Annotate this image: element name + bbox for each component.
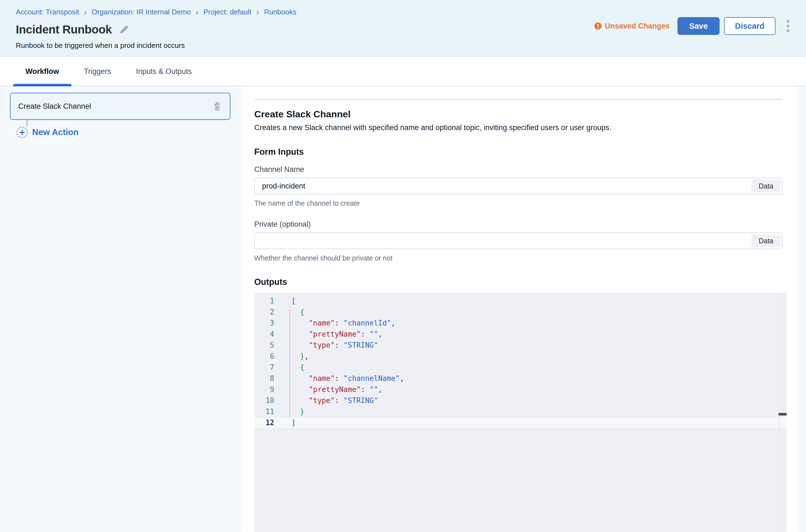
- code-line[interactable]: 3 "name": "channelId",: [254, 318, 787, 328]
- code-text: "prettyName": "",: [281, 328, 787, 340]
- panel-divider: [254, 99, 783, 100]
- delete-action-button[interactable]: [212, 101, 222, 112]
- active-tab-indicator: [13, 84, 71, 87]
- code-line[interactable]: 4 "prettyName": "",: [254, 328, 787, 340]
- tab-label: Inputs & Outputs: [136, 67, 192, 76]
- code-line[interactable]: 11 }: [254, 406, 787, 417]
- action-card-label: Create Slack Channel: [18, 102, 91, 111]
- tab-inputs-outputs[interactable]: Inputs & Outputs: [124, 57, 204, 86]
- edit-title-button[interactable]: [119, 25, 129, 35]
- breadcrumb-separator: ›: [84, 8, 87, 16]
- pencil-icon: [119, 25, 129, 35]
- breadcrumb-separator: ›: [256, 8, 259, 16]
- code-text: {: [281, 362, 787, 373]
- breadcrumb-link-project[interactable]: Project: default: [203, 8, 251, 16]
- line-number: 5: [254, 340, 281, 351]
- tab-label: Triggers: [84, 67, 111, 76]
- line-number: 2: [254, 306, 281, 318]
- line-number: 8: [254, 373, 281, 384]
- channel-name-label: Channel Name: [254, 165, 783, 174]
- plus-icon: [17, 127, 28, 138]
- channel-name-data-button[interactable]: Data: [751, 179, 781, 192]
- warning-icon: [594, 22, 602, 30]
- line-number: 4: [254, 328, 281, 340]
- code-line[interactable]: 2 {: [254, 306, 787, 318]
- action-detail-panel: Create Slack Channel Creates a new Slack…: [242, 87, 798, 531]
- breadcrumb-link-organization[interactable]: Organization: IR Internal Demo: [92, 8, 191, 16]
- workflow-connector-line: [26, 120, 28, 126]
- new-action-label: New Action: [32, 127, 79, 137]
- workflow-action-list: Create Slack Channel: [0, 87, 242, 531]
- code-line[interactable]: 5 "type": "STRING": [254, 340, 787, 351]
- code-line[interactable]: 9 "prettyName": "",: [254, 384, 787, 395]
- page-title: Incident Runbook: [16, 23, 112, 36]
- runbook-description: Runbook to be triggered when a prod inci…: [16, 41, 806, 50]
- editor-scrollbar-track: [778, 292, 779, 532]
- code-text: }: [281, 406, 787, 417]
- line-number: 11: [254, 406, 281, 417]
- line-number: 6: [254, 351, 281, 362]
- channel-name-helper: The name of the channel to create: [254, 199, 783, 207]
- outputs-heading: Outputs: [254, 277, 783, 287]
- action-card-create-slack-channel[interactable]: Create Slack Channel: [10, 93, 231, 120]
- trash-icon: [212, 101, 222, 112]
- private-helper: Whether the channel should be private or…: [254, 254, 783, 262]
- tab-workflow[interactable]: Workflow: [13, 57, 71, 86]
- line-number: 3: [254, 318, 281, 328]
- action-heading: Create Slack Channel: [254, 109, 783, 119]
- private-label: Private (optional): [254, 220, 783, 229]
- action-description: Creates a new Slack channel with specifi…: [254, 124, 783, 132]
- private-input[interactable]: [254, 232, 783, 249]
- breadcrumb-link-runbooks[interactable]: Runbooks: [264, 8, 296, 16]
- code-editor-lines: 1[2 {3 "name": "channelId",4 "prettyName…: [254, 295, 787, 428]
- outputs-code-editor[interactable]: 1[2 {3 "name": "channelId",4 "prettyName…: [254, 292, 787, 532]
- code-text: [: [281, 295, 787, 306]
- channel-name-input[interactable]: [254, 178, 783, 194]
- code-line[interactable]: 12]: [254, 417, 787, 428]
- breadcrumb: Account: Transposit › Organization: IR I…: [16, 8, 806, 16]
- private-data-button[interactable]: Data: [751, 234, 781, 247]
- tab-label: Workflow: [25, 67, 59, 76]
- unsaved-changes-label: Unsaved Changes: [605, 22, 670, 31]
- code-text: ]: [281, 417, 787, 428]
- main-content: Create Slack Channel: [0, 87, 806, 531]
- breadcrumb-link-account[interactable]: Account: Transposit: [16, 8, 79, 16]
- line-number: 12: [254, 417, 281, 428]
- code-text: "name": "channelName",: [281, 373, 787, 384]
- more-options-button[interactable]: [784, 18, 792, 34]
- tab-triggers[interactable]: Triggers: [71, 57, 124, 86]
- code-text: "type": "STRING": [281, 395, 787, 406]
- discard-button[interactable]: Discard: [724, 17, 775, 35]
- line-number: 7: [254, 362, 281, 373]
- page-header: Account: Transposit › Organization: IR I…: [0, 0, 806, 57]
- code-line[interactable]: 8 "name": "channelName",: [254, 373, 787, 384]
- code-line[interactable]: 10 "type": "STRING": [254, 395, 787, 406]
- form-inputs-heading: Form Inputs: [254, 147, 783, 157]
- code-line[interactable]: 7 {: [254, 362, 787, 373]
- indent-guide: [290, 306, 290, 417]
- tab-bar: Workflow Triggers Inputs & Outputs: [0, 57, 806, 87]
- code-text: "name": "channelId",: [281, 318, 787, 328]
- breadcrumb-separator: ›: [196, 8, 198, 16]
- line-number: 1: [254, 295, 281, 306]
- code-text: {: [281, 306, 787, 318]
- code-text: "prettyName": "",: [281, 384, 787, 395]
- code-line[interactable]: 6 },: [254, 351, 787, 362]
- editor-scrollbar-thumb[interactable]: [778, 413, 787, 416]
- save-button[interactable]: Save: [677, 17, 719, 35]
- unsaved-changes-badge: Unsaved Changes: [594, 22, 670, 31]
- line-number: 10: [254, 395, 281, 406]
- code-line[interactable]: 1[: [254, 295, 787, 306]
- new-action-button[interactable]: New Action: [17, 127, 79, 138]
- code-text: },: [281, 351, 787, 362]
- code-text: "type": "STRING": [281, 340, 787, 351]
- kebab-icon: [787, 20, 789, 32]
- line-number: 9: [254, 384, 281, 395]
